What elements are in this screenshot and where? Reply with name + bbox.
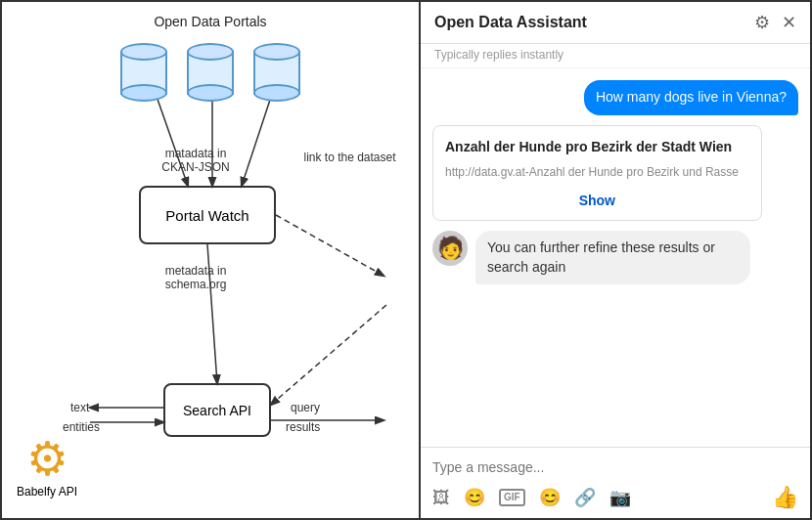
chat-toolbar: 🖼 😊 GIF 😊 🔗 📷 👍: [432, 479, 798, 510]
result-card-url: http://data.gv.at-Anzahl der Hunde pro B…: [445, 164, 749, 181]
user-message-row: How many dogs live in Vienna?: [432, 80, 798, 115]
metadata-schema-label: metadata inschema.org: [147, 264, 245, 291]
sticker-icon[interactable]: 😊: [464, 487, 485, 508]
image-icon[interactable]: 🖼: [432, 488, 450, 508]
send-like-icon[interactable]: 👍: [772, 485, 798, 510]
chat-header-icons: ⚙ ✕: [754, 12, 796, 33]
chat-panel: Open Data Assistant ⚙ ✕ Typically replie…: [421, 0, 812, 520]
svg-line-8: [276, 215, 383, 276]
bot-message-row: 🧑 You can further refine these results o…: [432, 231, 798, 284]
close-icon[interactable]: ✕: [782, 12, 796, 33]
metadata-ckan-label: matadata inCKAN-JSON: [147, 147, 245, 174]
link-icon[interactable]: 🔗: [574, 487, 596, 508]
gear-icon: ⚙: [26, 436, 68, 483]
gif-icon[interactable]: GIF: [499, 489, 525, 506]
db-icons-row: [2, 43, 419, 102]
text-label: text: [70, 401, 89, 414]
settings-icon[interactable]: ⚙: [754, 12, 770, 33]
chat-input-area: 🖼 😊 GIF 😊 🔗 📷 👍: [421, 447, 810, 518]
chat-messages: How many dogs live in Vienna? Anzahl der…: [421, 68, 810, 447]
bot-message-bubble: You can further refine these results or …: [475, 231, 750, 284]
svg-line-6: [271, 305, 386, 405]
emoji-icon[interactable]: 😊: [539, 487, 561, 508]
diagram-panel: Open Data Portals Portal Watch Search AP…: [0, 0, 421, 520]
search-api-box: Search API: [163, 383, 271, 437]
message-input[interactable]: [432, 455, 798, 479]
result-card-show-button[interactable]: Show: [445, 193, 749, 208]
result-card: Anzahl der Hunde pro Bezirk der Stadt Wi…: [432, 125, 762, 221]
portal-watch-box: Portal Watch: [139, 186, 276, 244]
results-label: results: [286, 420, 320, 434]
chat-header: Open Data Assistant ⚙ ✕: [421, 2, 810, 44]
chat-subtitle: Typically replies instantly: [421, 44, 810, 68]
db-icon-1: [120, 43, 167, 102]
bot-avatar: 🧑: [432, 231, 468, 266]
camera-icon[interactable]: 📷: [609, 487, 631, 508]
query-label: query: [291, 401, 320, 414]
diagram-title: Open Data Portals: [2, 2, 419, 29]
svg-line-2: [242, 88, 274, 186]
db-icon-2: [187, 43, 234, 102]
babelfy-label: Babelfy API: [17, 485, 77, 498]
result-card-title: Anzahl der Hunde pro Bezirk der Stadt Wi…: [445, 138, 749, 157]
link-dataset-label: link to the dataset: [298, 151, 401, 164]
db-icon-3: [253, 43, 300, 102]
chat-title: Open Data Assistant: [434, 14, 587, 31]
entities-label: entities: [63, 420, 100, 434]
user-message-bubble: How many dogs live in Vienna?: [584, 80, 798, 115]
babelfy-api: ⚙ Babelfy API: [17, 436, 77, 498]
